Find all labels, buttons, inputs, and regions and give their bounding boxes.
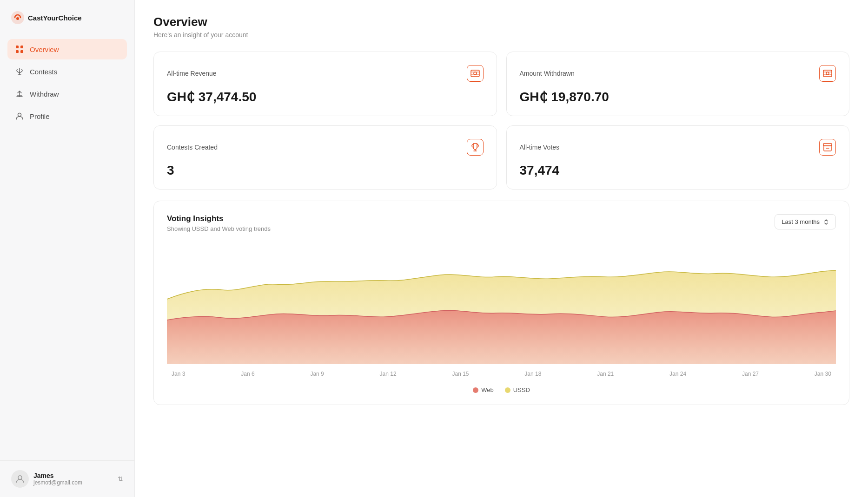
- stat-contests-value: 3: [167, 163, 484, 178]
- stat-withdrawn-label: Amount Withdrawn: [520, 70, 575, 77]
- sidebar-contests-label: Contests: [30, 68, 57, 76]
- withdraw-icon: [15, 89, 24, 98]
- stats-grid: All-time Revenue GH₵ 37,474.50 Amount Wi…: [153, 52, 849, 190]
- x-label-3: Jan 12: [380, 371, 397, 377]
- web-area: [167, 310, 836, 364]
- stat-card-contests: Contests Created 3: [153, 125, 497, 190]
- x-label-5: Jan 18: [524, 371, 541, 377]
- svg-rect-5: [20, 50, 23, 53]
- stat-card-withdrawn: Amount Withdrawn GH₵ 19,870.70: [506, 52, 850, 116]
- chart-svg: [167, 243, 836, 364]
- sidebar-item-overview[interactable]: Overview: [7, 39, 127, 59]
- legend-web-dot: [473, 387, 478, 393]
- x-label-1: Jan 6: [241, 371, 254, 377]
- sidebar-withdraw-label: Withdraw: [30, 90, 59, 98]
- x-label-9: Jan 30: [815, 371, 831, 377]
- stat-revenue-value: GH₵ 37,474.50: [167, 89, 484, 105]
- chevron-updown-icon[interactable]: ⇅: [118, 475, 123, 483]
- svg-rect-8: [471, 70, 479, 77]
- time-range-selector[interactable]: Last 3 months: [775, 214, 836, 229]
- svg-point-9: [474, 72, 477, 75]
- x-label-2: Jan 9: [310, 371, 324, 377]
- sort-icon: [823, 219, 829, 225]
- logo[interactable]: CastYourChoice: [0, 0, 134, 39]
- svg-rect-10: [823, 70, 832, 77]
- trophy-icon: [467, 139, 484, 156]
- legend-ussd-label: USSD: [513, 386, 530, 393]
- sidebar-item-contests[interactable]: Contests: [7, 61, 127, 82]
- money-icon-revenue: [467, 65, 484, 82]
- stat-withdrawn-value: GH₵ 19,870.70: [520, 89, 836, 105]
- page-subtitle: Here's an insight of your account: [153, 31, 849, 39]
- page-title: Overview: [153, 15, 849, 29]
- chart-card: Voting Insights Showing USSD and Web vot…: [153, 201, 849, 405]
- contests-icon: [15, 67, 24, 76]
- x-label-8: Jan 27: [742, 371, 759, 377]
- sidebar: CastYourChoice Overview Co: [0, 0, 135, 497]
- user-info: James jesmoti@gmail.com: [11, 470, 82, 488]
- svg-rect-3: [20, 46, 23, 48]
- svg-point-6: [18, 113, 21, 117]
- logo-text: CastYourChoice: [28, 14, 82, 22]
- time-range-label: Last 3 months: [782, 218, 820, 225]
- stat-votes-value: 37,474: [520, 163, 836, 178]
- sidebar-item-profile[interactable]: Profile: [7, 106, 127, 126]
- chart-title: Voting Insights: [167, 214, 271, 223]
- avatar: [11, 470, 29, 488]
- chart-legend: Web USSD: [167, 386, 836, 393]
- legend-web-label: Web: [481, 386, 494, 393]
- stat-votes-label: All-time Votes: [520, 144, 560, 151]
- stat-contests-label: Contests Created: [167, 144, 218, 151]
- sidebar-overview-label: Overview: [30, 46, 59, 53]
- svg-rect-2: [16, 46, 19, 48]
- legend-web: Web: [473, 386, 494, 393]
- sidebar-profile-label: Profile: [30, 112, 50, 120]
- logo-icon: [11, 11, 24, 24]
- x-label-4: Jan 15: [452, 371, 469, 377]
- overview-icon: [15, 45, 24, 54]
- user-name: James: [33, 472, 82, 479]
- archive-icon: [819, 139, 836, 156]
- sidebar-nav: Overview Contests Withdraw: [0, 39, 134, 460]
- x-label-6: Jan 21: [597, 371, 614, 377]
- money-icon-withdrawn: [819, 65, 836, 82]
- x-label-0: Jan 3: [172, 371, 185, 377]
- voting-chart: Jan 3 Jan 6 Jan 9 Jan 12 Jan 15 Jan 18 J…: [167, 243, 836, 364]
- sidebar-footer[interactable]: James jesmoti@gmail.com ⇅: [0, 460, 134, 497]
- legend-ussd: USSD: [505, 386, 530, 393]
- user-email: jesmoti@gmail.com: [33, 479, 82, 486]
- svg-rect-4: [16, 50, 19, 53]
- stat-card-votes: All-time Votes 37,474: [506, 125, 850, 190]
- svg-point-11: [826, 72, 829, 75]
- profile-icon: [15, 111, 24, 121]
- legend-ussd-dot: [505, 387, 510, 393]
- chart-subtitle: Showing USSD and Web voting trends: [167, 225, 271, 232]
- x-label-7: Jan 24: [669, 371, 686, 377]
- svg-point-7: [18, 476, 22, 479]
- svg-point-1: [16, 17, 19, 20]
- stat-card-revenue: All-time Revenue GH₵ 37,474.50: [153, 52, 497, 116]
- sidebar-item-withdraw[interactable]: Withdraw: [7, 84, 127, 104]
- main-content: Overview Here's an insight of your accou…: [135, 0, 868, 497]
- stat-revenue-label: All-time Revenue: [167, 70, 217, 77]
